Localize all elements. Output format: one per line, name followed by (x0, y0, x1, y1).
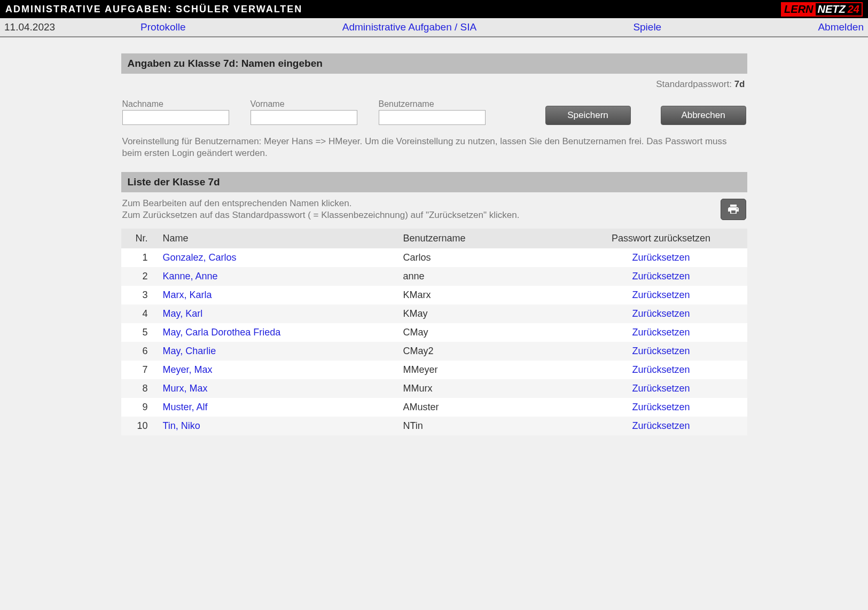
student-name-link[interactable]: May, Karl (163, 308, 203, 319)
table-row: 10Tin, NikoNTinZurücksetzen (121, 417, 747, 435)
nav-date: 11.04.2023 (4, 21, 55, 33)
page-title: ADMINISTRATIVE AUFGABEN: SCHÜLER VERWALT… (5, 4, 302, 15)
row-username: AMuster (399, 398, 575, 417)
row-nr: 10 (121, 417, 159, 435)
username-input[interactable] (379, 110, 486, 125)
form-heading: Angaben zu Klasse 7d: Namen eingeben (121, 53, 747, 74)
student-name-link[interactable]: Kanne, Anne (163, 271, 218, 281)
reset-password-link[interactable]: Zurücksetzen (632, 271, 690, 281)
reset-password-link[interactable]: Zurücksetzen (632, 402, 690, 412)
row-nr: 3 (121, 286, 159, 304)
col-name-header: Name (159, 229, 399, 248)
row-reset-cell: Zurücksetzen (575, 323, 747, 342)
row-name-cell: May, Charlie (159, 342, 399, 361)
firstname-group: Vorname (251, 99, 357, 125)
form-row: Nachname Vorname Benutzername Speichern … (121, 99, 747, 125)
reset-password-link[interactable]: Zurücksetzen (632, 252, 690, 263)
save-button[interactable]: Speichern (545, 106, 631, 125)
row-username: CMay2 (399, 342, 575, 361)
cancel-button[interactable]: Abbrechen (661, 106, 746, 125)
reset-password-link[interactable]: Zurücksetzen (632, 420, 690, 431)
student-name-link[interactable]: Tin, Niko (163, 420, 200, 431)
table-row: 5May, Carla Dorothea FriedaCMayZurückset… (121, 323, 747, 342)
list-intro-line1: Zum Bearbeiten auf den entsprechenden Na… (122, 198, 520, 209)
student-name-link[interactable]: Meyer, Max (163, 364, 213, 375)
reset-password-link[interactable]: Zurücksetzen (632, 308, 690, 319)
student-name-link[interactable]: Murx, Max (163, 383, 208, 394)
logo[interactable]: LERN NETZ 24 (781, 2, 863, 17)
table-row: 9Muster, AlfAMusterZurücksetzen (121, 398, 747, 417)
form-buttons: Speichern Abbrechen (545, 106, 746, 125)
row-reset-cell: Zurücksetzen (575, 248, 747, 267)
nav-spiele[interactable]: Spiele (633, 21, 661, 33)
row-name-cell: Muster, Alf (159, 398, 399, 417)
table-row: 4May, KarlKMayZurücksetzen (121, 304, 747, 323)
student-name-link[interactable]: Marx, Karla (163, 290, 212, 300)
row-name-cell: Meyer, Max (159, 361, 399, 379)
table-header-row: Nr. Name Benutzername Passwort zurückset… (121, 229, 747, 248)
col-user-header: Benutzername (399, 229, 575, 248)
list-intro-text: Zum Bearbeiten auf den entsprechenden Na… (122, 198, 520, 221)
row-nr: 5 (121, 323, 159, 342)
row-username: anne (399, 267, 575, 286)
nav-links: Protokolle Administrative Aufgaben / SIA… (140, 21, 864, 33)
list-intro-line2: Zum Zurücksetzen auf das Standardpasswor… (122, 209, 520, 221)
row-reset-cell: Zurücksetzen (575, 304, 747, 323)
student-table: Nr. Name Benutzername Passwort zurückset… (121, 229, 747, 435)
firstname-input[interactable] (251, 110, 357, 125)
top-bar: ADMINISTRATIVE AUFGABEN: SCHÜLER VERWALT… (0, 0, 868, 18)
list-heading: Liste der Klasse 7d (121, 172, 747, 192)
table-row: 6May, CharlieCMay2Zurücksetzen (121, 342, 747, 361)
table-row: 8Murx, MaxMMurxZurücksetzen (121, 379, 747, 398)
username-group: Benutzername (379, 99, 486, 125)
row-username: NTin (399, 417, 575, 435)
nav-admin[interactable]: Administrative Aufgaben / SIA (342, 21, 476, 33)
reset-password-link[interactable]: Zurücksetzen (632, 346, 690, 356)
nav-protokolle[interactable]: Protokolle (140, 21, 186, 33)
row-name-cell: May, Karl (159, 304, 399, 323)
nav-abmelden[interactable]: Abmelden (818, 21, 864, 33)
table-row: 1Gonzalez, CarlosCarlosZurücksetzen (121, 248, 747, 267)
row-username: MMurx (399, 379, 575, 398)
nav-bar: 11.04.2023 Protokolle Administrative Auf… (0, 18, 868, 37)
username-label: Benutzername (379, 99, 486, 109)
reset-password-link[interactable]: Zurücksetzen (632, 364, 690, 375)
row-username: Carlos (399, 248, 575, 267)
student-name-link[interactable]: Muster, Alf (163, 402, 208, 412)
row-nr: 1 (121, 248, 159, 267)
lastname-input[interactable] (122, 110, 229, 125)
row-name-cell: May, Carla Dorothea Frieda (159, 323, 399, 342)
row-username: MMeyer (399, 361, 575, 379)
printer-icon (726, 203, 741, 216)
reset-password-link[interactable]: Zurücksetzen (632, 327, 690, 338)
reset-password-link[interactable]: Zurücksetzen (632, 383, 690, 394)
row-name-cell: Tin, Niko (159, 417, 399, 435)
row-nr: 6 (121, 342, 159, 361)
row-username: KMarx (399, 286, 575, 304)
row-name-cell: Murx, Max (159, 379, 399, 398)
reset-password-link[interactable]: Zurücksetzen (632, 290, 690, 300)
logo-24: 24 (848, 3, 862, 15)
row-reset-cell: Zurücksetzen (575, 379, 747, 398)
row-nr: 4 (121, 304, 159, 323)
default-password-value: 7d (734, 79, 745, 89)
lastname-label: Nachname (122, 99, 229, 109)
table-row: 7Meyer, MaxMMeyerZurücksetzen (121, 361, 747, 379)
row-nr: 8 (121, 379, 159, 398)
print-button[interactable] (721, 199, 746, 220)
row-name-cell: Kanne, Anne (159, 267, 399, 286)
table-row: 2Kanne, AnneanneZurücksetzen (121, 267, 747, 286)
row-username: KMay (399, 304, 575, 323)
main-container: Angaben zu Klasse 7d: Namen eingeben Sta… (119, 53, 749, 435)
row-reset-cell: Zurücksetzen (575, 417, 747, 435)
row-reset-cell: Zurücksetzen (575, 286, 747, 304)
student-name-link[interactable]: Gonzalez, Carlos (163, 252, 237, 263)
row-nr: 7 (121, 361, 159, 379)
logo-lern: LERN (782, 3, 815, 15)
table-row: 3Marx, KarlaKMarxZurücksetzen (121, 286, 747, 304)
student-name-link[interactable]: May, Charlie (163, 346, 216, 356)
row-reset-cell: Zurücksetzen (575, 398, 747, 417)
row-nr: 2 (121, 267, 159, 286)
student-name-link[interactable]: May, Carla Dorothea Frieda (163, 327, 281, 338)
row-name-cell: Marx, Karla (159, 286, 399, 304)
